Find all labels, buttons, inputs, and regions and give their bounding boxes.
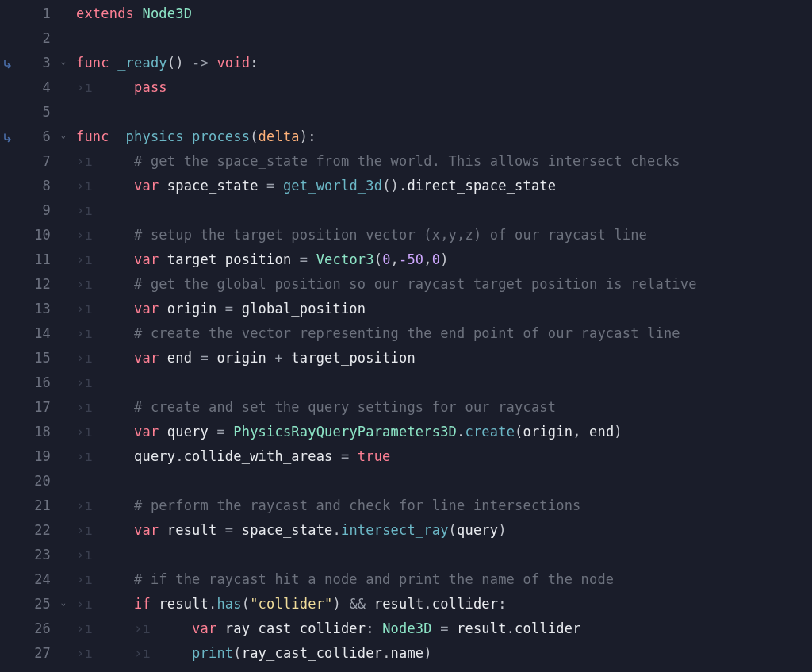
token-punc: ( bbox=[250, 129, 258, 144]
code-content[interactable]: func _physics_process(delta): bbox=[71, 125, 316, 149]
token-op: + bbox=[266, 350, 291, 366]
fold-toggle-icon[interactable]: ⌄ bbox=[56, 55, 71, 71]
code-content[interactable]: extends Node3D bbox=[71, 2, 192, 26]
code-content[interactable]: ›ı var origin = global_position bbox=[71, 297, 366, 321]
token-punc: () bbox=[167, 55, 184, 71]
token-punc: () bbox=[382, 178, 399, 194]
code-line[interactable]: 14›ı # create the vector representing th… bbox=[0, 321, 812, 346]
code-line[interactable]: 12›ı # get the global position so our ra… bbox=[0, 272, 812, 297]
token-punc: ( bbox=[233, 645, 241, 661]
fold-toggle-icon[interactable]: ⌄ bbox=[56, 596, 71, 612]
token-ws: ›ı bbox=[76, 424, 134, 440]
code-line[interactable]: 19›ı query.collide_with_areas = true bbox=[0, 444, 812, 469]
line-number: 15 bbox=[17, 346, 56, 371]
token-punc: ) bbox=[440, 252, 448, 267]
token-cmt: # get the global position so our raycast… bbox=[134, 276, 697, 292]
code-line[interactable]: 27›ı ›ı print(ray_cast_collider.name) bbox=[0, 641, 812, 666]
code-content[interactable]: ›ı var target_position = Vector3(0,-50,0… bbox=[71, 248, 449, 272]
code-line[interactable]: 3⌄func _ready() -> void: bbox=[0, 51, 812, 75]
code-content[interactable]: func _ready() -> void: bbox=[71, 51, 259, 75]
code-content[interactable]: ›ı bbox=[71, 198, 109, 223]
token-op: -> bbox=[184, 55, 217, 71]
code-line[interactable]: 7›ı # get the space_state from the world… bbox=[0, 149, 812, 174]
code-line[interactable]: 4›ı pass bbox=[0, 75, 812, 100]
token-punc: : bbox=[366, 620, 382, 636]
token-cls: PhysicsRayQueryParameters3D bbox=[233, 424, 457, 440]
code-content[interactable]: ›ı # create the vector representing the … bbox=[71, 321, 680, 346]
code-content[interactable]: ›ı # get the global position so our rayc… bbox=[71, 272, 697, 297]
token bbox=[159, 178, 167, 194]
code-line[interactable]: 2 bbox=[0, 26, 812, 51]
code-content[interactable]: ›ı ›ı var ray_cast_collider: Node3D = re… bbox=[71, 616, 581, 641]
token-id: origin bbox=[167, 301, 217, 317]
line-number: 21 bbox=[17, 493, 56, 518]
code-content[interactable]: ›ı bbox=[71, 371, 109, 395]
code-content[interactable]: ›ı var end = origin + target_position bbox=[71, 346, 416, 371]
token-id: collider bbox=[432, 596, 498, 612]
code-line[interactable]: 21›ı # perform the raycast and check for… bbox=[0, 493, 812, 518]
code-content[interactable]: ›ı pass bbox=[71, 75, 167, 100]
code-content[interactable]: ›ı # if the raycast hit a node and print… bbox=[71, 567, 614, 592]
token-fn: print bbox=[192, 645, 233, 661]
code-content[interactable]: ›ı ›ı print(ray_cast_collider.name) bbox=[71, 641, 432, 666]
token-op: = bbox=[209, 424, 233, 440]
token-ws: ›ı bbox=[76, 252, 134, 267]
token-op: = bbox=[259, 178, 283, 194]
code-line[interactable]: 8›ı var space_state = get_world_3d().dir… bbox=[0, 174, 812, 198]
code-line[interactable]: 24›ı # if the raycast hit a node and pri… bbox=[0, 567, 812, 592]
token bbox=[159, 252, 167, 267]
code-line[interactable]: 25⌄›ı if result.has("collider") && resul… bbox=[0, 592, 812, 616]
code-line[interactable]: 20 bbox=[0, 469, 812, 493]
code-line[interactable]: 9›ı bbox=[0, 198, 812, 223]
token-kw: if bbox=[134, 596, 151, 612]
code-line[interactable]: 11›ı var target_position = Vector3(0,-50… bbox=[0, 248, 812, 272]
token-kw: var bbox=[134, 424, 159, 440]
code-line[interactable]: 22›ı var result = space_state.intersect_… bbox=[0, 518, 812, 543]
token-kw: void bbox=[216, 55, 250, 71]
line-number: 10 bbox=[17, 223, 56, 248]
line-number: 4 bbox=[17, 75, 56, 100]
token-punc: ) bbox=[498, 522, 506, 538]
code-line[interactable]: 1extends Node3D bbox=[0, 2, 812, 26]
token-punc: . bbox=[333, 522, 341, 538]
code-content[interactable]: ›ı var query = PhysicsRayQueryParameters… bbox=[71, 420, 622, 444]
code-line[interactable]: 15›ı var end = origin + target_position bbox=[0, 346, 812, 371]
code-editor[interactable]: 1extends Node3D23⌄func _ready() -> void:… bbox=[0, 0, 812, 666]
token-kw: var bbox=[134, 178, 159, 194]
token-kw: func bbox=[76, 55, 109, 71]
code-content[interactable]: ›ı bbox=[71, 543, 109, 567]
code-line[interactable]: 6⌄func _physics_process(delta): bbox=[0, 125, 812, 149]
code-content[interactable]: ›ı # create and set the query settings f… bbox=[71, 395, 556, 420]
line-number: 27 bbox=[17, 641, 56, 666]
token-punc: ( bbox=[374, 252, 382, 267]
token-op: = bbox=[216, 522, 241, 538]
code-content[interactable]: ›ı # perform the raycast and check for l… bbox=[71, 493, 581, 518]
code-line[interactable]: 5 bbox=[0, 100, 812, 125]
code-content[interactable]: ›ı var result = space_state.intersect_ra… bbox=[71, 518, 507, 543]
token-punc: . bbox=[175, 448, 183, 464]
code-line[interactable]: 18›ı var query = PhysicsRayQueryParamete… bbox=[0, 420, 812, 444]
code-line[interactable]: 16›ı bbox=[0, 371, 812, 395]
code-content[interactable]: ›ı query.collide_with_areas = true bbox=[71, 444, 391, 469]
token bbox=[159, 301, 167, 317]
line-number: 16 bbox=[17, 371, 56, 395]
token-cls: Vector3 bbox=[316, 252, 374, 267]
code-line[interactable]: 26›ı ›ı var ray_cast_collider: Node3D = … bbox=[0, 616, 812, 641]
code-line[interactable]: 10›ı # setup the target position vector … bbox=[0, 223, 812, 248]
fold-toggle-icon[interactable]: ⌄ bbox=[56, 129, 71, 144]
token-op: && bbox=[341, 596, 374, 612]
token-punc: : bbox=[498, 596, 506, 612]
token-kw: var bbox=[134, 252, 159, 267]
token bbox=[109, 55, 117, 71]
token-ws: ›ı bbox=[76, 399, 134, 415]
token-id: end bbox=[589, 424, 614, 440]
code-content[interactable]: ›ı var space_state = get_world_3d().dire… bbox=[71, 174, 556, 198]
code-content[interactable]: ›ı # get the space_state from the world.… bbox=[71, 149, 680, 174]
code-content[interactable]: ›ı # setup the target position vector (x… bbox=[71, 223, 647, 248]
code-line[interactable]: 17›ı # create and set the query settings… bbox=[0, 395, 812, 420]
line-number: 14 bbox=[17, 321, 56, 346]
code-line[interactable]: 13›ı var origin = global_position bbox=[0, 297, 812, 321]
token-cmt: # create the vector representing the end… bbox=[134, 325, 680, 341]
code-line[interactable]: 23›ı bbox=[0, 543, 812, 567]
code-content[interactable]: ›ı if result.has("collider") && result.c… bbox=[71, 592, 507, 616]
